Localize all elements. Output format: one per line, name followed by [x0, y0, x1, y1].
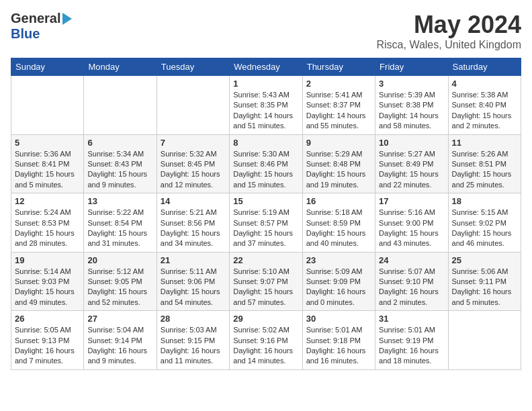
day-info-line: Daylight: 15 hours [379, 229, 439, 237]
day-info: Sunrise: 5:29 AMSunset: 8:48 PMDaylight:… [306, 149, 371, 191]
weekday-header-wednesday: Wednesday [230, 58, 302, 76]
day-number: 7 [161, 138, 226, 148]
day-info: Sunrise: 5:39 AMSunset: 8:38 PMDaylight:… [379, 90, 444, 132]
day-info-line: Sunrise: 5:43 AM [233, 91, 290, 99]
day-info-line: Daylight: 15 hours [161, 170, 220, 178]
day-number: 14 [161, 196, 226, 206]
day-info-line: Sunset: 9:02 PM [452, 219, 506, 227]
day-info-line: and 18 minutes. [379, 357, 431, 365]
day-info-line: Sunrise: 5:03 AM [161, 326, 217, 334]
day-info-line: and 25 minutes. [452, 181, 504, 189]
day-info-line: Daylight: 15 hours [233, 170, 293, 178]
day-number: 9 [306, 138, 371, 148]
weekday-header-friday: Friday [375, 58, 448, 76]
day-number: 13 [87, 196, 152, 206]
day-info-line: Sunset: 8:45 PM [161, 160, 215, 168]
calendar-header-row: SundayMondayTuesdayWednesdayThursdayFrid… [11, 58, 521, 76]
day-info-line: and 49 minutes. [15, 298, 67, 306]
day-number: 21 [161, 255, 226, 265]
day-info: Sunrise: 5:06 AMSunset: 9:11 PMDaylight:… [452, 267, 517, 308]
calendar-cell: 24Sunrise: 5:07 AMSunset: 9:10 PMDayligh… [375, 252, 448, 311]
calendar-cell [157, 76, 229, 135]
day-info: Sunrise: 5:43 AMSunset: 8:35 PMDaylight:… [233, 90, 298, 132]
calendar-cell: 20Sunrise: 5:12 AMSunset: 9:05 PMDayligh… [84, 252, 157, 311]
calendar-week-row: 19Sunrise: 5:14 AMSunset: 9:03 PMDayligh… [11, 252, 521, 311]
day-info-line: Sunrise: 5:06 AM [452, 267, 508, 275]
day-info-line: Daylight: 15 hours [452, 229, 512, 237]
day-info-line: and 22 minutes. [379, 181, 431, 189]
day-info: Sunrise: 5:14 AMSunset: 9:03 PMDaylight:… [15, 267, 80, 308]
day-info-line: and 34 minutes. [161, 239, 213, 247]
day-info-line: Sunrise: 5:12 AM [87, 267, 144, 275]
logo-arrow-icon [62, 13, 72, 25]
day-info-line: Sunset: 9:09 PM [306, 277, 361, 285]
day-info-line: and 9 minutes. [87, 181, 136, 189]
day-info-line: Sunrise: 5:09 AM [306, 267, 363, 275]
day-info-line: Sunset: 9:14 PM [87, 336, 142, 345]
day-info-line: Sunrise: 5:04 AM [87, 326, 144, 334]
day-info-line: Daylight: 15 hours [161, 229, 220, 237]
day-info-line: Sunset: 9:18 PM [306, 336, 361, 345]
day-info-line: Daylight: 15 hours [379, 170, 439, 178]
day-info-line: Sunset: 9:06 PM [161, 277, 215, 285]
day-info-line: Daylight: 15 hours [233, 287, 293, 295]
day-info-line: Sunset: 8:35 PM [233, 101, 287, 109]
day-info-line: Sunset: 8:57 PM [233, 219, 287, 227]
day-info-line: Daylight: 15 hours [306, 229, 366, 237]
calendar-cell: 17Sunrise: 5:16 AMSunset: 9:00 PMDayligh… [375, 193, 448, 253]
logo-blue: Blue [11, 26, 40, 41]
day-info-line: Sunset: 9:03 PM [15, 277, 69, 285]
calendar-cell: 6Sunrise: 5:34 AMSunset: 8:43 PMDaylight… [84, 134, 157, 193]
day-info-line: and 7 minutes. [15, 357, 63, 365]
day-info-line: Sunset: 8:51 PM [452, 160, 506, 168]
weekday-header-monday: Monday [84, 58, 157, 76]
calendar-cell: 16Sunrise: 5:18 AMSunset: 8:59 PMDayligh… [302, 193, 375, 253]
day-info-line: Sunset: 8:41 PM [15, 160, 69, 168]
day-info-line: and 58 minutes. [379, 122, 431, 130]
day-info: Sunrise: 5:22 AMSunset: 8:54 PMDaylight:… [87, 208, 152, 249]
day-info-line: Sunrise: 5:38 AM [452, 91, 508, 99]
day-number: 8 [233, 138, 298, 148]
calendar-cell: 3Sunrise: 5:39 AMSunset: 8:38 PMDaylight… [375, 76, 448, 135]
day-info-line: Sunset: 9:19 PM [379, 336, 433, 345]
day-number: 11 [452, 138, 517, 148]
calendar-cell: 4Sunrise: 5:38 AMSunset: 8:40 PMDaylight… [448, 76, 521, 135]
calendar-cell: 27Sunrise: 5:04 AMSunset: 9:14 PMDayligh… [84, 311, 157, 370]
day-info: Sunrise: 5:34 AMSunset: 8:43 PMDaylight:… [87, 149, 152, 191]
calendar-cell [84, 76, 157, 135]
day-info-line: Sunrise: 5:01 AM [379, 326, 435, 334]
day-number: 6 [87, 138, 152, 148]
day-info-line: and 43 minutes. [379, 239, 431, 247]
day-info-line: Sunrise: 5:15 AM [452, 208, 508, 216]
day-info-line: Daylight: 16 hours [15, 347, 75, 355]
day-info: Sunrise: 5:41 AMSunset: 8:37 PMDaylight:… [306, 90, 371, 132]
day-info-line: Sunrise: 5:18 AM [306, 208, 363, 216]
calendar-cell: 18Sunrise: 5:15 AMSunset: 9:02 PMDayligh… [448, 193, 521, 253]
day-info-line: Sunset: 8:56 PM [161, 219, 215, 227]
day-info-line: Daylight: 14 hours [233, 111, 293, 120]
page-header: General Blue May 2024 Risca, Wales, Unit… [11, 11, 521, 51]
day-info-line: Daylight: 15 hours [452, 170, 512, 178]
day-info-line: Sunset: 9:16 PM [233, 336, 287, 345]
day-info-line: Sunset: 8:37 PM [306, 101, 361, 109]
day-info-line: Sunrise: 5:01 AM [306, 326, 363, 334]
day-info-line: and 57 minutes. [233, 298, 285, 306]
day-info-line: Daylight: 15 hours [15, 170, 75, 178]
day-info-line: Sunrise: 5:05 AM [15, 326, 71, 334]
calendar-cell: 15Sunrise: 5:19 AMSunset: 8:57 PMDayligh… [230, 193, 302, 253]
calendar-cell: 14Sunrise: 5:21 AMSunset: 8:56 PMDayligh… [157, 193, 229, 253]
calendar-cell: 5Sunrise: 5:36 AMSunset: 8:41 PMDaylight… [11, 134, 84, 193]
day-info-line: and 40 minutes. [306, 239, 359, 247]
calendar-cell: 11Sunrise: 5:26 AMSunset: 8:51 PMDayligh… [448, 134, 521, 193]
day-info-line: and 37 minutes. [233, 239, 285, 247]
calendar-cell: 7Sunrise: 5:32 AMSunset: 8:45 PMDaylight… [157, 134, 229, 193]
calendar-cell: 2Sunrise: 5:41 AMSunset: 8:37 PMDaylight… [302, 76, 375, 135]
day-info-line: Daylight: 16 hours [379, 287, 439, 295]
logo: General Blue [11, 11, 72, 42]
calendar-cell: 12Sunrise: 5:24 AMSunset: 8:53 PMDayligh… [11, 193, 84, 253]
calendar-week-row: 5Sunrise: 5:36 AMSunset: 8:41 PMDaylight… [11, 134, 521, 193]
day-info-line: and 5 minutes. [15, 181, 63, 189]
day-info-line: and 2 minutes. [452, 122, 500, 130]
day-info-line: Sunset: 9:11 PM [452, 277, 506, 285]
day-info-line: Daylight: 15 hours [452, 111, 512, 120]
